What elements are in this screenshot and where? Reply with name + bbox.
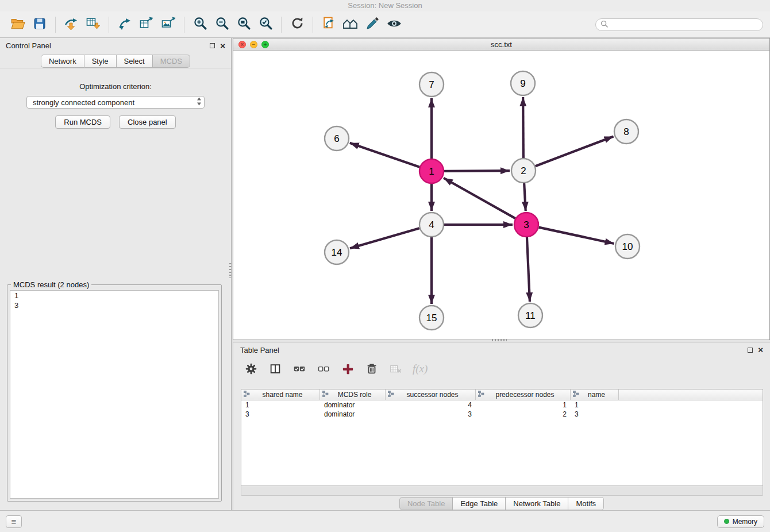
graph-edge-2-9[interactable] [523,97,523,158]
home-button[interactable] [340,14,361,36]
table-cell[interactable]: 2 [476,410,571,418]
tab-mcds[interactable]: MCDS [153,55,190,68]
import-table-icon [86,16,101,33]
horizontal-splitter-handle[interactable] [492,339,507,341]
graph-node-label-15: 15 [426,313,437,323]
run-mcds-button[interactable]: Run MCDS [55,115,110,129]
table-row[interactable]: 1dominator411 [241,400,763,410]
select-all-button[interactable] [292,361,307,376]
graph-edge-3-11[interactable] [527,237,530,302]
paintbrush-icon [365,16,380,33]
table-cell[interactable]: 3 [386,410,476,418]
add-column-button[interactable] [340,361,355,376]
memory-button[interactable]: Memory [717,515,764,528]
export-table-button[interactable] [136,14,157,36]
table-horizontal-scrollbar[interactable] [241,486,763,496]
float-table-panel-button[interactable] [748,348,753,353]
table-cell[interactable]: 1 [571,401,619,409]
mcds-result-item[interactable]: 1 [10,291,218,300]
show-columns-button[interactable] [268,361,283,376]
search-input[interactable] [611,21,758,29]
close-table-panel-icon-button[interactable]: × [758,347,763,353]
maximize-window-button[interactable]: + [261,41,269,48]
close-control-panel-icon-button[interactable]: × [220,43,225,49]
toolbar-separator [55,17,56,33]
table-settings-button[interactable] [244,361,259,376]
save-session-button[interactable] [29,14,51,36]
show-details-button[interactable] [383,14,405,36]
table-cell[interactable]: dominator [320,410,386,418]
column-header-MCDS-role[interactable]: MCDS role [320,390,386,400]
close-panel-button[interactable]: Close panel [119,115,176,129]
network-graph[interactable]: 7968124314101511 [233,51,769,340]
table-cell[interactable]: 3 [571,410,619,418]
mcds-result-item[interactable]: 3 [10,300,218,310]
export-image-button[interactable] [157,14,179,36]
column-header-name[interactable]: name [571,390,619,400]
table-row[interactable]: 3dominator323 [241,410,763,419]
refresh-button[interactable] [286,14,308,36]
vertical-splitter-handle[interactable] [229,263,232,278]
optimization-criterion-select[interactable]: strongly connected component [26,96,205,109]
graph-node-label-4: 4 [429,219,434,230]
clone-network-button[interactable] [318,14,340,36]
graph-node-label-2: 2 [521,165,526,176]
tab-select[interactable]: Select [117,55,153,68]
deselect-all-button[interactable] [316,361,331,376]
style-brush-button[interactable] [361,14,383,36]
column-header-predecessor-nodes[interactable]: predecessor nodes [476,390,571,400]
table-cell[interactable]: dominator [320,401,386,409]
table-cell[interactable]: 4 [386,401,476,409]
table-tab-network-table[interactable]: Network Table [506,497,568,510]
graph-edge-3-10[interactable] [539,228,614,244]
table-tab-edge-table[interactable]: Edge Table [453,497,506,510]
table-cell[interactable]: 1 [476,401,571,409]
control-panel-tabs: NetworkStyleSelectMCDS [0,55,231,68]
delete-column-button[interactable] [364,361,379,376]
table-tab-node-table[interactable]: Node Table [399,497,453,510]
graph-node-label-14: 14 [332,247,342,258]
graph-edge-1-2[interactable] [444,171,510,171]
search-icon [600,20,608,30]
column-header-successor-nodes[interactable]: successor nodes [386,390,476,400]
graph-node-label-10: 10 [622,241,633,252]
zoom-out-icon [215,16,229,33]
control-panel-header: Control Panel × [0,38,231,53]
minimize-window-button[interactable]: − [250,41,257,48]
import-table-button[interactable] [82,14,104,36]
open-file-button[interactable] [7,14,29,36]
column-header-shared-name[interactable]: shared name [241,390,320,400]
table-header-row: shared nameMCDS rolesuccessor nodesprede… [241,390,763,400]
table-tab-motifs[interactable]: Motifs [568,497,604,510]
graph-edge-2-3[interactable] [524,183,526,211]
node-table: shared nameMCDS rolesuccessor nodesprede… [241,389,763,486]
memory-label: Memory [733,518,757,526]
graph-edge-4-14[interactable] [350,228,419,248]
column-header-label: name [579,391,618,399]
close-window-button[interactable]: × [238,41,246,48]
graph-edge-3-1[interactable] [444,178,515,218]
import-network-button[interactable] [60,14,82,36]
tab-style[interactable]: Style [84,55,117,68]
tab-network[interactable]: Network [41,55,84,68]
export-network-icon [117,16,132,33]
column-header-label: MCDS role [329,391,385,399]
graph-node-label-9: 9 [520,78,525,89]
graph-edge-2-8[interactable] [536,137,614,167]
column-attribute-icon [388,391,394,399]
table-toolbar: f(x) [233,357,770,380]
zoom-out-button[interactable] [211,14,233,36]
network-window-title: scc.txt [491,40,512,49]
table-cell[interactable]: 3 [241,410,320,418]
float-control-panel-button[interactable] [210,43,215,48]
task-history-button[interactable]: ≡ [6,515,22,528]
table-cell[interactable]: 1 [241,401,320,409]
zoom-selected-button[interactable] [255,14,276,36]
column-attribute-icon [244,391,250,399]
export-network-button[interactable] [114,14,136,36]
zoom-in-button[interactable] [189,14,211,36]
graph-edge-1-6[interactable] [350,143,420,167]
toolbar-separator [184,17,184,33]
zoom-fit-button[interactable] [233,14,255,36]
memory-status-dot-icon [724,519,729,524]
